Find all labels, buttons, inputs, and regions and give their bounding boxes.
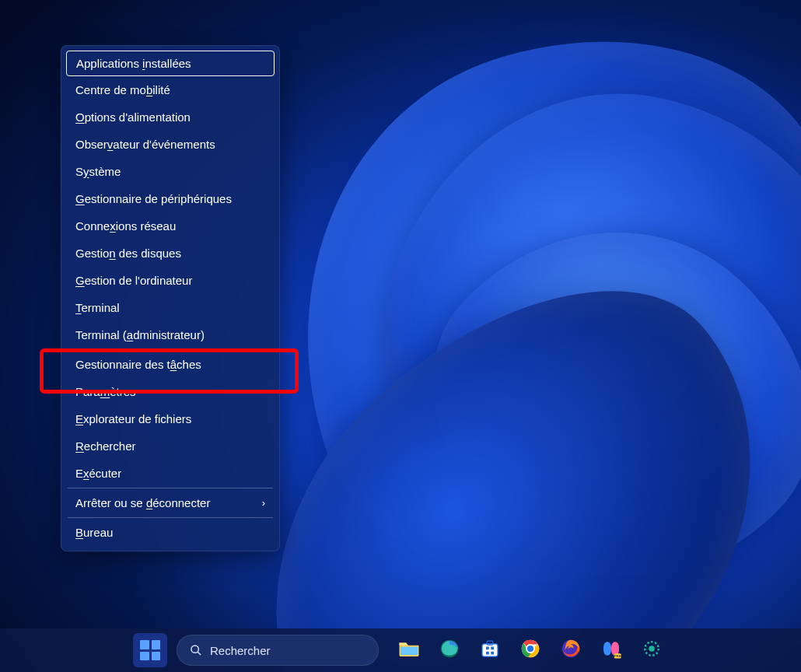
- menu-terminal[interactable]: Terminal: [61, 294, 279, 321]
- menu-executer[interactable]: Exécuter: [61, 460, 279, 487]
- menu-item-label: Applications installées: [76, 57, 191, 70]
- taskbar-chrome[interactable]: [514, 634, 547, 667]
- copilot-icon: PRE: [600, 637, 623, 663]
- menu-item-label: Gestionnaire des tâches: [75, 358, 201, 371]
- svg-text:PRE: PRE: [614, 654, 621, 658]
- menu-applications-installees[interactable]: Applications installées: [66, 51, 275, 76]
- menu-item-label: Terminal: [75, 301, 120, 314]
- taskbar-search[interactable]: Rechercher: [177, 635, 379, 666]
- svg-point-0: [191, 646, 198, 653]
- menu-separator: [68, 488, 273, 488]
- menu-item-label: Bureau: [75, 526, 113, 539]
- menu-gestionnaire-taches[interactable]: Gestionnaire des tâches: [61, 351, 279, 378]
- menu-item-label: Connexions réseau: [75, 219, 176, 233]
- menu-separator: [68, 349, 273, 350]
- menu-explorateur-fichiers[interactable]: Explorateur de fichiers: [61, 405, 279, 432]
- menu-item-label: Explorateur de fichiers: [75, 412, 191, 425]
- menu-item-label: Paramètres: [75, 385, 136, 398]
- svg-line-1: [198, 652, 201, 655]
- menu-options-alimentation[interactable]: Options d'alimentation: [61, 103, 279, 131]
- menu-gestionnaire-peripheriques[interactable]: Gestionnaire de périphériques: [61, 185, 279, 212]
- search-placeholder: Rechercher: [210, 644, 271, 657]
- svg-rect-7: [491, 647, 494, 650]
- menu-item-label: Centre de mobilité: [75, 83, 170, 96]
- taskbar-store[interactable]: [474, 634, 506, 667]
- edge-icon: [438, 637, 461, 663]
- menu-item-label: Exécuter: [75, 467, 121, 480]
- menu-parametres[interactable]: Paramètres: [61, 378, 279, 405]
- menu-item-label: Rechercher: [75, 439, 136, 453]
- svg-rect-8: [486, 652, 489, 655]
- svg-rect-6: [486, 647, 489, 650]
- menu-observateur-evenements[interactable]: Observateur d'événements: [61, 131, 279, 158]
- folder-icon: [397, 637, 421, 663]
- firefox-icon: [559, 637, 582, 663]
- store-icon: [478, 637, 502, 663]
- menu-centre-mobilite[interactable]: Centre de mobilité: [61, 76, 279, 103]
- svg-rect-9: [491, 652, 494, 655]
- taskbar-copilot[interactable]: PRE: [595, 634, 628, 667]
- menu-item-label: Terminal (administrateur): [75, 328, 205, 341]
- taskbar-app[interactable]: [635, 634, 668, 667]
- menu-separator: [68, 517, 273, 518]
- menu-item-label: Observateur d'événements: [75, 138, 215, 151]
- winx-context-menu: Applications installéesCentre de mobilit…: [61, 45, 280, 551]
- menu-item-label: Gestionnaire de périphériques: [75, 192, 232, 205]
- svg-point-17: [649, 646, 655, 652]
- menu-item-label: Système: [75, 165, 121, 178]
- desktop: Applications installéesCentre de mobilit…: [0, 0, 801, 672]
- chrome-icon: [519, 637, 542, 663]
- taskbar-firefox[interactable]: [554, 634, 587, 667]
- menu-item-label: Arrêter ou se déconnecter: [75, 496, 210, 509]
- menu-systeme[interactable]: Système: [61, 158, 279, 185]
- taskbar-edge[interactable]: [433, 634, 466, 667]
- svg-rect-4: [482, 644, 498, 656]
- menu-gestion-disques[interactable]: Gestion des disques: [61, 240, 279, 267]
- start-button[interactable]: [133, 633, 167, 667]
- circle-icon: [640, 637, 663, 663]
- menu-bureau[interactable]: Bureau: [61, 519, 279, 546]
- menu-item-label: Gestion de l'ordinateur: [75, 274, 192, 287]
- svg-rect-2: [400, 647, 418, 656]
- menu-item-label: Gestion des disques: [75, 247, 181, 260]
- taskbar: Rechercher PRE: [0, 628, 801, 672]
- menu-gestion-ordinateur[interactable]: Gestion de l'ordinateur: [61, 267, 279, 294]
- menu-item-label: Options d'alimentation: [75, 110, 191, 124]
- menu-terminal-admin[interactable]: Terminal (administrateur): [61, 321, 279, 348]
- menu-connexions-reseau[interactable]: Connexions réseau: [61, 212, 279, 240]
- menu-arreter-deconnecter[interactable]: Arrêter ou se déconnecter›: [61, 489, 279, 516]
- search-icon: [190, 644, 202, 656]
- menu-rechercher[interactable]: Rechercher: [61, 432, 279, 460]
- taskbar-file-explorer[interactable]: [393, 634, 425, 667]
- chevron-right-icon: ›: [262, 497, 265, 509]
